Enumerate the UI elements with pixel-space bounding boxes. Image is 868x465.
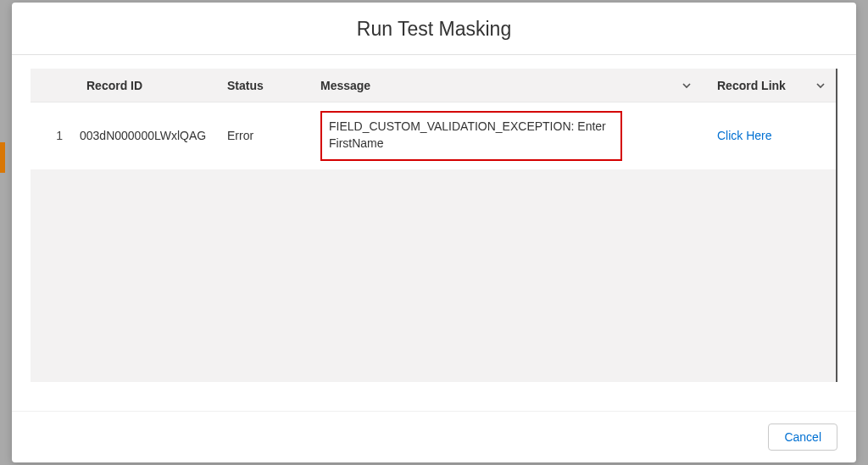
background-orange-stripe bbox=[0, 142, 5, 173]
record-link[interactable]: Click Here bbox=[717, 129, 772, 142]
results-table: Record ID Status Message Record Link 1 bbox=[31, 69, 837, 382]
col-header-message-label: Message bbox=[320, 79, 370, 92]
row-number: 1 bbox=[31, 129, 71, 142]
col-header-record-link[interactable]: Record Link bbox=[702, 79, 836, 92]
col-header-status[interactable]: Status bbox=[222, 79, 315, 92]
modal-body: Record ID Status Message Record Link 1 bbox=[12, 55, 856, 411]
col-header-record-id[interactable]: Record ID bbox=[71, 79, 222, 92]
table-header-row: Record ID Status Message Record Link bbox=[31, 69, 836, 102]
col-header-message[interactable]: Message bbox=[315, 79, 702, 92]
row-message-cell: FIELD_CUSTOM_VALIDATION_EXCEPTION: Enter… bbox=[315, 111, 702, 161]
row-status: Error bbox=[222, 129, 315, 142]
chevron-down-icon[interactable] bbox=[680, 79, 693, 92]
cancel-button[interactable]: Cancel bbox=[768, 423, 837, 451]
col-header-record-link-label: Record Link bbox=[717, 79, 786, 92]
chevron-down-icon[interactable] bbox=[814, 79, 827, 92]
table-row: 1 003dN000000LWxlQAG Error FIELD_CUSTOM_… bbox=[31, 102, 836, 169]
modal-header: Run Test Masking bbox=[12, 3, 856, 55]
modal-title: Run Test Masking bbox=[12, 18, 856, 41]
row-message: FIELD_CUSTOM_VALIDATION_EXCEPTION: Enter… bbox=[320, 111, 622, 161]
run-test-masking-modal: Run Test Masking Record ID Status Messag… bbox=[12, 3, 856, 462]
modal-footer: Cancel bbox=[12, 411, 856, 462]
row-link-cell: Click Here bbox=[702, 129, 836, 142]
row-record-id: 003dN000000LWxlQAG bbox=[71, 129, 222, 142]
